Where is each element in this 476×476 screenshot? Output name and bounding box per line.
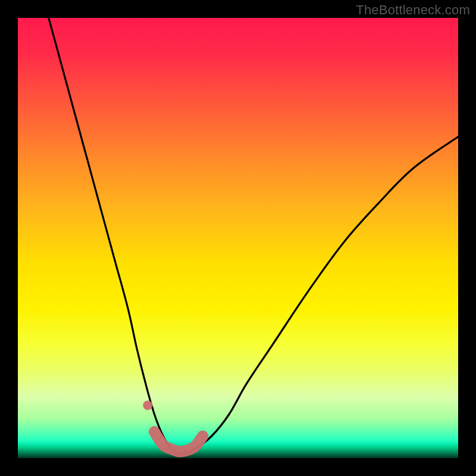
highlight-dot: [143, 400, 152, 410]
bottleneck-curve: [49, 18, 458, 454]
watermark-text: TheBottleneck.com: [356, 2, 470, 18]
chart-frame: TheBottleneck.com: [0, 0, 476, 476]
curve-layer: [18, 18, 458, 458]
plot-area: [18, 18, 458, 458]
optimal-range-highlight: [154, 432, 202, 452]
